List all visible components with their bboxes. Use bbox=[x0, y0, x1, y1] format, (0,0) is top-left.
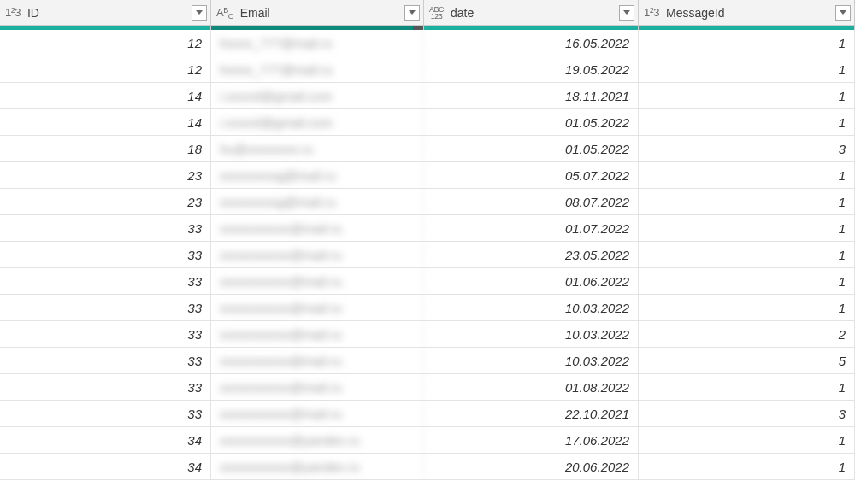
filter-button[interactable] bbox=[619, 5, 634, 21]
table-row[interactable]: 12hxxxx_777@mail.ru16.05.20221 bbox=[0, 30, 855, 56]
cell-date[interactable]: 10.03.2022 bbox=[424, 348, 639, 373]
cell-email[interactable]: xxxxxxxxxxx@mail.ru bbox=[211, 242, 424, 267]
cell-messageid[interactable]: 1 bbox=[639, 56, 855, 82]
cell-id[interactable]: 12 bbox=[0, 56, 211, 82]
header-row: 123 ID ABC Email ABC123 date 123 Message… bbox=[0, 0, 855, 26]
cell-messageid[interactable]: 5 bbox=[639, 348, 855, 373]
column-label: ID bbox=[27, 6, 192, 20]
cell-date[interactable]: 19.05.2022 bbox=[424, 56, 639, 82]
cell-id[interactable]: 33 bbox=[0, 401, 211, 426]
cell-email[interactable]: hxxxx_777@mail.ru bbox=[211, 56, 424, 82]
cell-date[interactable]: 17.06.2022 bbox=[424, 427, 639, 453]
cell-id[interactable]: 33 bbox=[0, 295, 211, 320]
cell-id[interactable]: 33 bbox=[0, 242, 211, 267]
cell-date[interactable]: 01.05.2022 bbox=[424, 136, 639, 161]
table-row[interactable]: 33xxxxxxxxxxx@mail.ru22.10.20213 bbox=[0, 401, 855, 427]
table-row[interactable]: 33xxxxxxxxxxx@mail.ru10.03.20225 bbox=[0, 348, 855, 374]
cell-messageid[interactable]: 1 bbox=[639, 162, 855, 188]
filter-button[interactable] bbox=[835, 5, 851, 21]
cell-date[interactable]: 01.08.2022 bbox=[424, 374, 639, 400]
cell-date[interactable]: 16.05.2022 bbox=[424, 30, 639, 56]
cell-date[interactable]: 01.05.2022 bbox=[424, 109, 639, 135]
cell-email[interactable]: xxxxxxxxxxx@mail.ru bbox=[211, 401, 424, 426]
cell-email[interactable]: xxxxxxxxxxx@mail.ru bbox=[211, 215, 424, 241]
cell-messageid[interactable]: 1 bbox=[639, 189, 855, 214]
cell-messageid[interactable]: 1 bbox=[639, 295, 855, 320]
cell-id[interactable]: 18 bbox=[0, 136, 211, 161]
cell-email[interactable]: xxxxxxxxxxx@mail.ru bbox=[211, 268, 424, 294]
cell-date[interactable]: 08.07.2022 bbox=[424, 189, 639, 214]
column-label: MessageId bbox=[666, 6, 835, 20]
type-int-icon: 123 bbox=[5, 6, 21, 19]
cell-messageid[interactable]: 1 bbox=[639, 427, 855, 453]
cell-id[interactable]: 12 bbox=[0, 30, 211, 56]
table-row[interactable]: 33xxxxxxxxxxx@mail.ru01.07.20221 bbox=[0, 215, 855, 242]
cell-id[interactable]: 33 bbox=[0, 321, 211, 347]
cell-email[interactable]: xxxxxxxxxxx@mail.ru bbox=[211, 374, 424, 400]
cell-messageid[interactable]: 1 bbox=[639, 30, 855, 56]
cell-id[interactable]: 33 bbox=[0, 215, 211, 241]
cell-email[interactable]: xxxxxxxxxxx@mail.ru bbox=[211, 321, 424, 347]
cell-id[interactable]: 34 bbox=[0, 454, 211, 479]
cell-messageid[interactable]: 1 bbox=[639, 83, 855, 108]
table-row[interactable]: 33xxxxxxxxxxx@mail.ru10.03.20221 bbox=[0, 295, 855, 321]
type-text-icon: ABC bbox=[216, 6, 233, 19]
cell-id[interactable]: 33 bbox=[0, 348, 211, 373]
table-row[interactable]: 14i.xxxxxl@gmail.com18.11.20211 bbox=[0, 83, 855, 109]
cell-date[interactable]: 20.06.2022 bbox=[424, 454, 639, 479]
cell-email[interactable]: xxxxxxxxxg@mail.ru bbox=[211, 189, 424, 214]
cell-email[interactable]: xxxxxxxxxxx@mail.ru bbox=[211, 348, 424, 373]
cell-date[interactable]: 10.03.2022 bbox=[424, 295, 639, 320]
cell-messageid[interactable]: 1 bbox=[639, 268, 855, 294]
table-row[interactable]: 14i.xxxxxl@gmail.com01.05.20221 bbox=[0, 109, 855, 136]
table-row[interactable]: 18hu@xxxxxxxx.ru01.05.20223 bbox=[0, 136, 855, 162]
cell-messageid[interactable]: 1 bbox=[639, 109, 855, 135]
cell-id[interactable]: 23 bbox=[0, 162, 211, 188]
cell-messageid[interactable]: 1 bbox=[639, 374, 855, 400]
cell-email[interactable]: xxxxxxxxxxx@yandex.ru bbox=[211, 427, 424, 453]
cell-date[interactable]: 05.07.2022 bbox=[424, 162, 639, 188]
cell-date[interactable]: 23.05.2022 bbox=[424, 242, 639, 267]
cell-messageid[interactable]: 1 bbox=[639, 215, 855, 241]
cell-id[interactable]: 14 bbox=[0, 83, 211, 108]
table-row[interactable]: 33xxxxxxxxxxx@mail.ru01.08.20221 bbox=[0, 374, 855, 401]
cell-email[interactable]: xxxxxxxxxxx@mail.ru bbox=[211, 295, 424, 320]
table-row[interactable]: 33xxxxxxxxxxx@mail.ru10.03.20222 bbox=[0, 321, 855, 348]
cell-email[interactable]: i.xxxxxl@gmail.com bbox=[211, 109, 424, 135]
table-row[interactable]: 33xxxxxxxxxxx@mail.ru01.06.20221 bbox=[0, 268, 855, 295]
cell-id[interactable]: 14 bbox=[0, 109, 211, 135]
cell-id[interactable]: 23 bbox=[0, 189, 211, 214]
cell-id[interactable]: 33 bbox=[0, 374, 211, 400]
cell-messageid[interactable]: 3 bbox=[639, 136, 855, 161]
cell-email[interactable]: hu@xxxxxxxx.ru bbox=[211, 136, 424, 161]
table-row[interactable]: 34xxxxxxxxxxx@yandex.ru20.06.20221 bbox=[0, 454, 855, 480]
column-header-date[interactable]: ABC123 date bbox=[424, 0, 639, 26]
column-header-messageid[interactable]: 123 MessageId bbox=[639, 0, 855, 26]
cell-email[interactable]: xxxxxxxxxg@mail.ru bbox=[211, 162, 424, 188]
cell-messageid[interactable]: 3 bbox=[639, 401, 855, 426]
column-header-email[interactable]: ABC Email bbox=[211, 0, 424, 26]
cell-messageid[interactable]: 1 bbox=[639, 242, 855, 267]
cell-id[interactable]: 33 bbox=[0, 268, 211, 294]
table-body: 12hxxxx_777@mail.ru16.05.2022112hxxxx_77… bbox=[0, 30, 855, 480]
table-row[interactable]: 33xxxxxxxxxxx@mail.ru23.05.20221 bbox=[0, 242, 855, 268]
cell-date[interactable]: 01.07.2022 bbox=[424, 215, 639, 241]
table-row[interactable]: 34xxxxxxxxxxx@yandex.ru17.06.20221 bbox=[0, 427, 855, 454]
cell-date[interactable]: 22.10.2021 bbox=[424, 401, 639, 426]
column-header-id[interactable]: 123 ID bbox=[0, 0, 211, 26]
table-row[interactable]: 23xxxxxxxxxg@mail.ru05.07.20221 bbox=[0, 162, 855, 189]
cell-email[interactable]: xxxxxxxxxxx@yandex.ru bbox=[211, 454, 424, 479]
cell-messageid[interactable]: 1 bbox=[639, 454, 855, 479]
filter-button[interactable] bbox=[192, 5, 207, 21]
type-int-icon: 123 bbox=[644, 6, 659, 19]
cell-date[interactable]: 01.06.2022 bbox=[424, 268, 639, 294]
cell-messageid[interactable]: 2 bbox=[639, 321, 855, 347]
cell-date[interactable]: 18.11.2021 bbox=[424, 83, 639, 108]
table-row[interactable]: 23xxxxxxxxxg@mail.ru08.07.20221 bbox=[0, 189, 855, 215]
cell-date[interactable]: 10.03.2022 bbox=[424, 321, 639, 347]
cell-id[interactable]: 34 bbox=[0, 427, 211, 453]
cell-email[interactable]: hxxxx_777@mail.ru bbox=[211, 30, 424, 56]
cell-email[interactable]: i.xxxxxl@gmail.com bbox=[211, 83, 424, 108]
table-row[interactable]: 12hxxxx_777@mail.ru19.05.20221 bbox=[0, 56, 855, 83]
filter-button[interactable] bbox=[404, 5, 420, 21]
